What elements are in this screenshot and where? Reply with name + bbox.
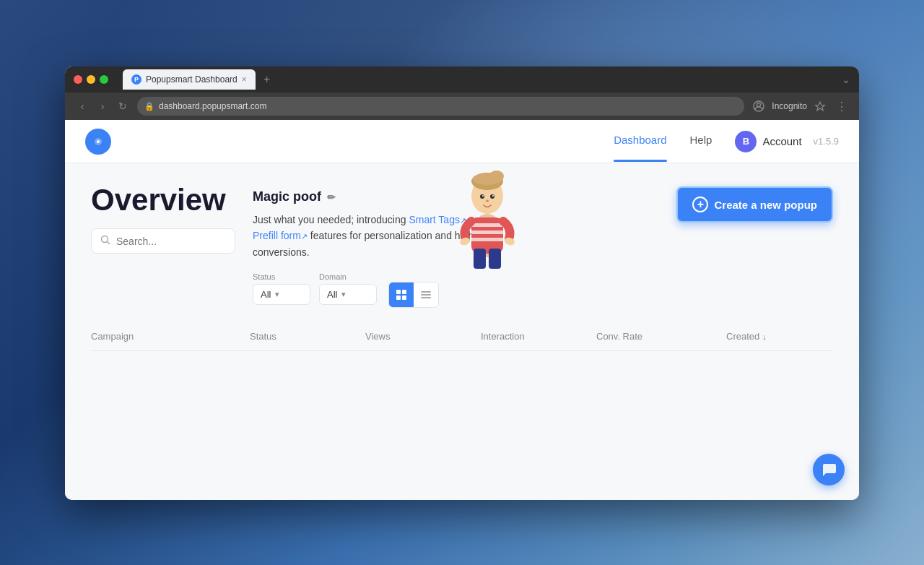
list-view-button[interactable] xyxy=(414,282,438,307)
nav-dashboard[interactable]: Dashboard xyxy=(614,134,666,149)
svg-rect-31 xyxy=(421,297,431,298)
status-filter-group: Status All ▾ xyxy=(253,272,310,305)
menu-button[interactable]: ⋮ xyxy=(833,98,850,115)
nav-help[interactable]: Help xyxy=(690,134,712,149)
app-logo xyxy=(85,129,111,155)
svg-rect-12 xyxy=(474,249,486,269)
lock-icon: 🔒 xyxy=(144,102,154,111)
star-icon[interactable] xyxy=(811,98,829,115)
search-input[interactable] xyxy=(116,236,226,247)
domain-filter-label: Domain xyxy=(319,272,377,281)
browser-actions: Incognito ⋮ xyxy=(750,98,850,115)
svg-point-21 xyxy=(492,195,494,197)
domain-filter-group: Domain All ▾ xyxy=(319,272,377,305)
svg-point-5 xyxy=(97,140,100,143)
sort-created-icon: ↓ xyxy=(762,332,767,341)
refresh-button[interactable]: ↻ xyxy=(114,98,131,115)
main-content: Overview xyxy=(65,163,859,500)
svg-point-18 xyxy=(480,194,484,199)
address-text: dashboard.popupsmart.com xyxy=(159,101,266,111)
version-label: v1.5.9 xyxy=(814,136,839,147)
search-icon xyxy=(100,235,110,247)
svg-rect-30 xyxy=(421,294,431,296)
header-nav: Dashboard Help xyxy=(614,134,712,149)
incognito-label: Incognito xyxy=(772,101,807,111)
account-label: Account xyxy=(762,135,801,147)
traffic-lights xyxy=(74,75,108,84)
svg-rect-28 xyxy=(402,296,406,300)
svg-rect-25 xyxy=(396,290,401,294)
overview-section: Overview xyxy=(65,163,859,322)
new-tab-button[interactable]: + xyxy=(258,71,276,88)
tab-close-button[interactable]: × xyxy=(242,74,247,85)
overview-title: Overview xyxy=(91,184,235,217)
edit-icon[interactable]: ✏ xyxy=(327,191,336,203)
chat-button[interactable] xyxy=(813,454,845,486)
col-views: Views xyxy=(365,331,481,342)
svg-rect-10 xyxy=(471,230,503,234)
search-bar[interactable] xyxy=(91,228,235,254)
svg-rect-13 xyxy=(489,249,501,269)
grid-view-button[interactable] xyxy=(389,282,414,307)
col-conv-rate: Conv. Rate xyxy=(596,331,726,342)
tab-label: Popupsmart Dashboard xyxy=(146,74,237,85)
svg-rect-27 xyxy=(396,296,401,300)
app-content: Dashboard Help B Account v1.5.9 Overview xyxy=(65,120,859,500)
create-popup-plus-icon: + xyxy=(692,197,708,212)
view-toggle xyxy=(388,282,439,308)
minimize-window-button[interactable] xyxy=(87,75,95,84)
account-avatar: B xyxy=(735,131,757,152)
table-header: Campaign Status Views Interaction Conv. … xyxy=(91,322,833,351)
status-filter-select[interactable]: All ▾ xyxy=(253,284,310,305)
svg-marker-2 xyxy=(816,102,825,111)
col-status: Status xyxy=(250,331,365,342)
browser-window: P Popupsmart Dashboard × + ⌄ ‹ › ↻ 🔒 das… xyxy=(65,66,859,500)
overview-left: Overview xyxy=(91,184,235,254)
svg-point-19 xyxy=(490,194,494,199)
forward-button[interactable]: › xyxy=(94,98,111,115)
header-account[interactable]: B Account xyxy=(735,131,801,152)
browser-toolbar: ‹ › ↻ 🔒 dashboard.popupsmart.com Incogni… xyxy=(65,92,859,120)
table-section: Campaign Status Views Interaction Conv. … xyxy=(65,322,859,351)
character-illustration xyxy=(448,163,527,272)
filters-row: Status All ▾ Domain All ▾ xyxy=(253,269,833,308)
status-chevron-icon: ▾ xyxy=(275,290,279,299)
svg-rect-11 xyxy=(471,238,503,241)
tab-favicon: P xyxy=(131,74,141,85)
svg-point-22 xyxy=(486,200,489,202)
back-button[interactable]: ‹ xyxy=(74,98,91,115)
svg-rect-8 xyxy=(471,217,503,254)
active-tab[interactable]: P Popupsmart Dashboard × xyxy=(123,69,256,90)
col-campaign: Campaign xyxy=(91,331,250,342)
status-filter-label: Status xyxy=(253,272,310,281)
incognito-icon xyxy=(750,98,767,115)
browser-chrome: P Popupsmart Dashboard × + ⌄ ‹ › ↻ 🔒 das… xyxy=(65,66,859,120)
svg-rect-26 xyxy=(402,290,406,294)
col-interaction: Interaction xyxy=(481,331,596,342)
close-window-button[interactable] xyxy=(74,75,82,84)
prefill-form-link[interactable]: Prefill form↗ xyxy=(253,230,310,241)
svg-point-1 xyxy=(757,103,761,107)
svg-point-20 xyxy=(482,195,484,197)
nav-buttons: ‹ › ↻ xyxy=(74,98,131,115)
app-header: Dashboard Help B Account v1.5.9 xyxy=(65,120,859,163)
address-bar[interactable]: 🔒 dashboard.popupsmart.com xyxy=(137,97,744,116)
tab-bar: P Popupsmart Dashboard × + xyxy=(114,69,284,90)
domain-chevron-icon: ▾ xyxy=(341,290,346,299)
domain-filter-select[interactable]: All ▾ xyxy=(319,284,377,305)
maximize-window-button[interactable] xyxy=(100,75,108,84)
col-created[interactable]: Created ↓ xyxy=(726,331,856,342)
svg-rect-9 xyxy=(471,223,503,227)
svg-point-17 xyxy=(489,171,504,182)
create-popup-button[interactable]: + Create a new popup xyxy=(676,186,833,223)
svg-rect-29 xyxy=(421,291,431,293)
more-tabs-icon[interactable]: ⌄ xyxy=(842,74,850,85)
browser-titlebar: P Popupsmart Dashboard × + ⌄ xyxy=(65,66,859,92)
